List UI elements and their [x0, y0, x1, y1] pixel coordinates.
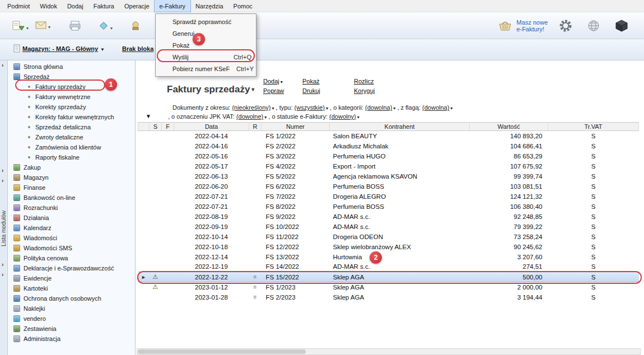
sidebar-item-finanse[interactable]: Finanse: [8, 183, 135, 193]
sidebar-item-vendero[interactable]: vendero: [8, 314, 135, 324]
sidebar-item-wiadomości-sms[interactable]: Wiadomości SMS: [8, 243, 135, 253]
print-button[interactable]: [66, 18, 84, 34]
filter-dowolny[interactable]: (dowolny)▾: [329, 113, 360, 120]
column-header-s[interactable]: S: [150, 123, 162, 131]
new-efaktury-notice[interactable]: Masz nowe e-Faktury!: [498, 19, 548, 32]
filter-wszystkie[interactable]: (wszystkie)▾: [295, 104, 328, 111]
action-popraw[interactable]: Popraw: [263, 87, 284, 97]
sidebar-item-ewidencje[interactable]: Ewidencje: [8, 273, 135, 283]
menubar-item-dodaj[interactable]: Dodaj: [62, 0, 88, 12]
column-header-data[interactable]: Data: [174, 123, 249, 131]
column-header-kontrahent[interactable]: Kontrahent: [330, 123, 470, 131]
invoice-row[interactable]: 2022-05-16FS 3/2022Perfumeria HUGO86 653…: [138, 151, 639, 161]
action-dodaj[interactable]: Dodaj▾: [263, 78, 283, 87]
sidebar-item-sprzedaż-detaliczna[interactable]: Sprzedaż detaliczna: [8, 122, 135, 132]
sidebar-item-strona-główna[interactable]: Strona główna: [8, 62, 135, 72]
sidebar-item-bankowość-on-line[interactable]: Bankowość on-line: [8, 193, 135, 203]
sidebar-item-działania[interactable]: Działania: [8, 213, 135, 223]
sidebar-item-faktury-sprzedaży[interactable]: Faktury sprzedaży: [8, 82, 135, 92]
sidebar-item-polityka-cenowa[interactable]: Polityka cenowa: [8, 253, 135, 263]
sidebar-item-kartoteki[interactable]: Kartoteki: [8, 283, 135, 293]
scrollbar-thumb[interactable]: [138, 349, 306, 354]
invoice-row[interactable]: 2022-10-18FS 12/2022Sklep wielobranżowy …: [138, 242, 639, 252]
column-header-numer[interactable]: Numer: [262, 123, 330, 131]
sidebar-item-ochrona-danych-osobowych[interactable]: Ochrona danych osobowych: [8, 293, 135, 303]
column-header-f[interactable]: F: [162, 123, 174, 131]
panel-chevron-icon[interactable]: ›: [2, 178, 3, 184]
menubar-item-pomoc[interactable]: Pomoc: [228, 0, 258, 12]
filter-dowolne[interactable]: (dowolne)▾: [236, 113, 267, 120]
sidebar-item-zwroty-detaliczne[interactable]: Zwroty detaliczne: [8, 132, 135, 142]
stamp-button[interactable]: [127, 18, 144, 34]
sidebar-item-zestawienia[interactable]: Zestawienia: [8, 324, 135, 334]
sidebar-item-korekty-sprzedaży[interactable]: Korekty sprzedaży: [8, 102, 135, 112]
settings-button[interactable]: [556, 16, 576, 35]
invoice-row[interactable]: 2022-09-19FS 10/2022AD-MAR s.c.79 399,22…: [138, 222, 639, 232]
action-rozlicz[interactable]: Rozlicz: [354, 78, 374, 87]
column-header-r[interactable]: R: [249, 123, 262, 131]
filter-funnel-icon[interactable]: ▼: [146, 113, 151, 119]
column-header-tr-vat[interactable]: Tr.VAT: [548, 123, 639, 131]
invoice-row[interactable]: 2022-05-17FS 4/2022Export - Import107 67…: [138, 161, 639, 171]
sidebar-item-sprzedaż[interactable]: Sprzedaż: [8, 72, 135, 82]
menubar-item-podmiot[interactable]: Podmiot: [2, 0, 35, 12]
column-header-marker[interactable]: [138, 123, 150, 131]
invoice-row[interactable]: ⚠2023-01-12≡FS 1/2023Sklep AGA2 000,00S: [138, 282, 639, 292]
invoice-row[interactable]: 2022-04-16FS 2/2022Arkadiusz Michalak104…: [138, 141, 639, 151]
menubar-item-faktura[interactable]: Faktura: [88, 0, 119, 12]
action-pokaż[interactable]: Pokaż: [302, 78, 320, 87]
invoice-row[interactable]: 2023-01-28≡FS 2/2023Sklep AGA3 194,44S: [138, 292, 639, 302]
invoice-row[interactable]: 2022-06-20FS 6/2022Perfumeria BOSS103 08…: [138, 181, 639, 191]
column-header-wartość[interactable]: Wartość: [470, 123, 548, 131]
menu-item-generuj[interactable]: Generuj: [156, 27, 256, 39]
invoice-row[interactable]: 2022-12-19FS 14/2022AD-MAR s.c.274,51S: [138, 262, 639, 272]
menubar-item-e-faktury[interactable]: e-Faktury: [155, 0, 190, 12]
menubar-item-narzędzia[interactable]: Narzędzia: [190, 0, 228, 12]
blockades-link[interactable]: Brak bloka: [122, 45, 153, 52]
invoice-row[interactable]: 2022-10-14FS 11/2022Drogeria ODEON73 258…: [138, 232, 639, 242]
filter-nieokreślony[interactable]: (nieokreślony)▾: [232, 104, 274, 111]
sidebar-item-administracja[interactable]: Administracja: [8, 334, 135, 344]
action-drukuj[interactable]: Drukuj: [302, 87, 320, 97]
sidebar-item-zakup[interactable]: Zakup: [8, 162, 135, 172]
invoice-row[interactable]: ►⚠2022-12-22≡FS 15/2022Sklep AGA500,00S: [138, 272, 639, 282]
warehouse-selector[interactable]: Magazyn: - MAG - Główny▼: [22, 45, 105, 52]
sidebar-item-korekty-faktur-wewnętrznych[interactable]: Korekty faktur wewnętrznych: [8, 112, 135, 122]
sidebar-item-zamówienia-od-klientów[interactable]: Zamówienia od klientów: [8, 142, 135, 152]
panel-chevron-icon[interactable]: ›: [2, 262, 3, 268]
menu-item-wyślij[interactable]: WyślijCtrl+Q: [156, 51, 256, 63]
online-button[interactable]: [584, 16, 604, 35]
sidebar-item-wiadomości[interactable]: Wiadomości: [8, 233, 135, 243]
panel-chevron-icon[interactable]: ›: [2, 63, 3, 68]
modules-button[interactable]: [612, 16, 632, 35]
invoice-row[interactable]: 2022-07-21FS 7/2022Drogeria ALEGRO124 12…: [138, 191, 639, 202]
invoice-row[interactable]: 2022-12-14FS 13/2022Hurtownia3 207,60S: [138, 252, 639, 262]
menubar-item-widok[interactable]: Widok: [35, 0, 62, 12]
sidebar-item-rozrachunki[interactable]: Rozrachunki: [8, 203, 135, 213]
sidebar-item-faktury-wewnętrzne[interactable]: Faktury wewnętrzne: [8, 92, 135, 102]
panel-chevron-icon[interactable]: ›: [2, 168, 3, 174]
panel-chevron-icon[interactable]: ›: [2, 272, 3, 278]
invoice-row[interactable]: 2022-06-13FS 5/2022Agencja reklamowa KSA…: [138, 171, 639, 181]
sidebar-item-kalendarz[interactable]: Kalendarz: [8, 223, 135, 233]
horizontal-scrollbar[interactable]: [137, 348, 641, 355]
notice-line-2: e-Faktury!: [516, 26, 548, 32]
menu-item-sprawdź-poprawność[interactable]: Sprawdź poprawność: [156, 16, 256, 27]
tag-button[interactable]: ▾: [95, 18, 116, 34]
filter-dowolna[interactable]: (dowolna)▾: [422, 104, 452, 111]
menu-item-pobierz-numer-ksef[interactable]: Pobierz numer KSeFCtrl+Y: [156, 63, 256, 74]
sidebar-item-raporty-fiskalne[interactable]: Raporty fiskalne: [8, 152, 135, 162]
sidebar-item-naklejki[interactable]: Naklejki: [8, 303, 135, 314]
sidebar-item-deklaracje-i-e-sprawozdawczość[interactable]: Deklaracje i e-Sprawozdawczość: [8, 263, 135, 273]
email-button[interactable]: ▾: [32, 18, 54, 32]
menu-item-pokaż[interactable]: Pokaż: [156, 39, 256, 51]
filter-dowolna[interactable]: (dowolna)▾: [365, 104, 395, 111]
invoice-row[interactable]: 2022-08-19FS 9/2022AD-MAR s.c.92 248,85S: [138, 212, 639, 222]
invoice-row[interactable]: 2022-07-21FS 8/2022Perfumeria BOSS106 38…: [138, 202, 639, 212]
send-invoice-button[interactable]: ▾: [9, 18, 32, 34]
menubar-item-operacje[interactable]: Operacje: [119, 0, 155, 12]
action-koryguj[interactable]: Koryguj: [354, 87, 375, 97]
page-title[interactable]: Faktury sprzedaży▾: [167, 84, 254, 95]
invoice-row[interactable]: 2022-04-14FS 1/2022Salon BEAUTY140 893,2…: [138, 131, 639, 141]
sidebar-item-magazyn[interactable]: Magazyn: [8, 172, 135, 183]
